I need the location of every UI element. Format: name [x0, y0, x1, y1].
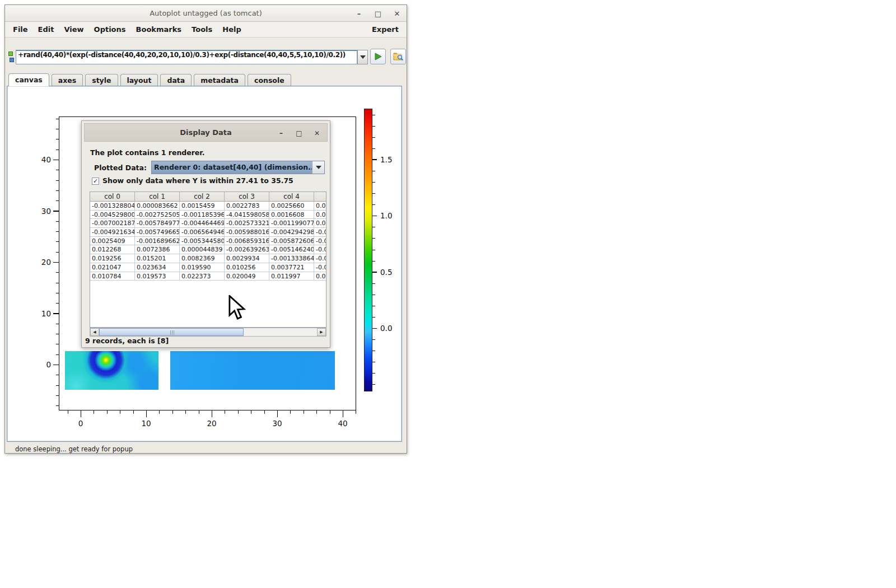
plotted-data-value: Renderer 0: dataset[40,40] (dimension...: [152, 161, 312, 174]
chevron-down-icon: [316, 166, 321, 169]
dialog-title: Display Data: [180, 128, 232, 137]
uri-address-input[interactable]: +rand(40,40)*(exp(-distance(40,40,20,20,…: [16, 50, 357, 64]
table-row[interactable]: 0.0025409-0.001689662...-0.005344580...-…: [90, 237, 326, 246]
tab-console[interactable]: console: [248, 74, 291, 86]
window-titlebar[interactable]: Autoplot untagged (as tomcat) – □ ✕: [5, 5, 407, 22]
table-row[interactable]: 0.0107840.0195730.0223730.0200490.011997…: [90, 272, 326, 281]
close-icon[interactable]: ✕: [393, 10, 401, 18]
colorbar-minor-tick: [372, 339, 375, 340]
tab-layout[interactable]: layout: [120, 74, 158, 86]
table-cell: -0.004529800...: [90, 211, 135, 219]
address-dropdown-button[interactable]: [357, 50, 368, 64]
dialog-close-icon[interactable]: ✕: [314, 129, 320, 137]
menu-item-edit[interactable]: Edit: [33, 22, 59, 38]
table-cell: 0.0022783: [225, 202, 269, 210]
tab-axes[interactable]: axes: [52, 74, 83, 86]
window-title: Autoplot untagged (as tomcat): [150, 9, 262, 17]
table-row[interactable]: 0.0122680.00723860.000044839-0.002639263…: [90, 245, 326, 254]
table-cell: 0.019256: [90, 254, 135, 263]
scroll-left-arrow[interactable]: ◀: [90, 328, 99, 336]
status-message: done sleeping... get ready for popup: [15, 445, 133, 453]
table-cell: -0.005988016...: [225, 228, 269, 236]
x-minor-tick: [133, 410, 134, 414]
y-minor-tick: [56, 344, 59, 344]
data-table[interactable]: col 0col 1col 2col 3col 4 -0.001328804..…: [90, 192, 326, 328]
colorbar-major-tick: [372, 272, 377, 273]
dialog-minimize-icon[interactable]: –: [278, 129, 284, 137]
plot-canvas[interactable]: 0102030400102030401.51.00.50.0 Display D…: [7, 86, 402, 442]
colorbar-tick-label: 0.5: [380, 268, 399, 277]
table-row[interactable]: -0.004529800...-0.002752505...-0.0011853…: [90, 211, 326, 220]
colorbar-tick-label: 0.0: [380, 324, 399, 333]
scrollbar-track[interactable]: [99, 328, 317, 336]
column-header[interactable]: col 4: [269, 192, 314, 201]
table-row[interactable]: -0.007002187...-0.005784977...-0.0044644…: [90, 219, 326, 228]
table-cell: -0.0: [314, 228, 326, 236]
table-cell: -0.006564946...: [180, 228, 225, 236]
menu-item-expert[interactable]: Expert: [372, 22, 399, 38]
filter-checkbox[interactable]: ✓: [92, 178, 99, 185]
x-minor-tick: [264, 410, 265, 414]
dialog-maximize-icon[interactable]: □: [296, 129, 302, 137]
tab-style[interactable]: style: [85, 74, 118, 86]
combobox-arrow-button[interactable]: [312, 161, 324, 174]
table-cell: -0.005344580...: [180, 237, 225, 245]
table-row[interactable]: -0.004921634...-0.005749665...-0.0065649…: [90, 228, 326, 237]
green-square-icon: [8, 52, 13, 56]
dialog-titlebar[interactable]: Display Data – □ ✕: [84, 123, 328, 142]
go-button[interactable]: [370, 49, 386, 64]
column-header[interactable]: col 3: [225, 192, 269, 201]
x-tick-label: 10: [137, 419, 155, 428]
x-minor-tick: [238, 410, 239, 414]
tab-canvas[interactable]: canvas: [8, 73, 49, 86]
x-minor-tick: [356, 410, 356, 414]
x-major-tick: [277, 410, 278, 417]
x-major-tick: [81, 410, 82, 417]
table-cell: -4.041598058...: [225, 211, 269, 219]
table-cell: 0.00: [314, 202, 326, 210]
y-minor-tick: [56, 119, 59, 119]
plotted-data-combobox[interactable]: Renderer 0: dataset[40,40] (dimension...: [151, 161, 325, 174]
colorbar-minor-tick: [372, 204, 375, 205]
menu-item-help[interactable]: Help: [217, 22, 246, 38]
table-cell: -0.004294298...: [269, 228, 314, 236]
x-minor-tick: [107, 410, 108, 414]
x-minor-tick: [94, 410, 94, 414]
table-cell: 0.00: [314, 272, 326, 281]
table-row[interactable]: 0.0210470.0236340.0195900.0102560.003772…: [90, 263, 326, 272]
maximize-icon[interactable]: □: [374, 10, 382, 18]
colorbar-minor-tick: [372, 261, 375, 262]
table-cell: 0.0072386: [135, 245, 180, 254]
play-icon: [375, 53, 382, 60]
colorbar-major-tick: [372, 328, 377, 329]
scrollbar-thumb[interactable]: [99, 328, 244, 336]
column-header[interactable]: col 0: [90, 192, 135, 201]
x-minor-tick: [199, 410, 199, 414]
column-header[interactable]: col 2: [180, 192, 225, 201]
blue-square-icon: [10, 58, 14, 62]
colorbar-minor-tick: [372, 384, 375, 385]
table-row[interactable]: -0.001328804...0.0000836620.00154590.002…: [90, 202, 326, 211]
menu-item-bookmarks[interactable]: Bookmarks: [131, 22, 187, 38]
y-minor-tick: [56, 200, 59, 201]
menu-item-tools[interactable]: Tools: [186, 22, 217, 38]
renderer-count-text: The plot contains 1 renderer.: [90, 148, 204, 157]
column-header[interactable]: [314, 192, 326, 201]
horizontal-scrollbar[interactable]: ◀ ▶: [90, 328, 326, 337]
menu-item-view[interactable]: View: [59, 22, 88, 38]
colorbar-minor-tick: [372, 238, 375, 239]
view-tabbar: canvasaxesstylelayoutdatametadataconsole: [8, 73, 291, 86]
tab-data[interactable]: data: [160, 74, 192, 86]
table-row[interactable]: 0.0192560.0152010.00823690.0029934-0.001…: [90, 254, 326, 263]
table-cell: -0.0: [314, 245, 326, 254]
scroll-right-arrow[interactable]: ▶: [317, 328, 326, 336]
minimize-icon[interactable]: –: [355, 10, 363, 18]
menu-item-file[interactable]: File: [5, 22, 33, 38]
tab-metadata[interactable]: metadata: [194, 74, 245, 86]
inspect-file-button[interactable]: [390, 49, 406, 64]
colorbar[interactable]: [364, 109, 372, 391]
table-body: -0.001328804...0.0000836620.00154590.002…: [90, 202, 326, 281]
menu-item-options[interactable]: Options: [89, 22, 131, 38]
table-cell: 0.010784: [90, 272, 135, 281]
column-header[interactable]: col 1: [135, 192, 180, 201]
